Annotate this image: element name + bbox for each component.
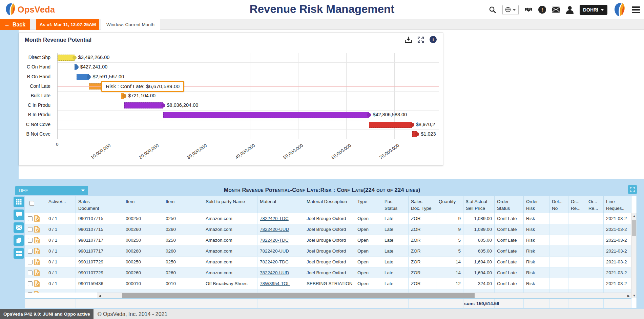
table-row[interactable]: 0 / 199011077290002500250Amazon.com78224… — [25, 257, 631, 267]
column-header[interactable]: Active/... — [46, 196, 76, 213]
document-search-icon[interactable] — [34, 280, 40, 287]
scroll-up-arrow-icon[interactable]: ▲ — [631, 213, 637, 219]
document-search-icon[interactable] — [34, 270, 40, 276]
column-header[interactable]: Del... No — [549, 196, 568, 213]
material-link[interactable]: 7822420-UUD — [260, 227, 289, 232]
column-header[interactable]: Line Reques.. — [604, 196, 631, 213]
table-row[interactable]: 0 / 199011077170002500250Amazon.com78224… — [25, 235, 631, 246]
filter-dropdown[interactable]: DEF — [15, 186, 88, 195]
bar-end-dot[interactable] — [72, 56, 77, 60]
column-header[interactable]: Quantity — [436, 196, 463, 213]
table-cell — [25, 235, 46, 245]
bar-end-dot[interactable] — [367, 113, 371, 117]
user-icon[interactable] — [566, 6, 574, 14]
document-search-icon[interactable] — [34, 215, 40, 222]
column-header[interactable]: Or... Re... — [586, 196, 604, 213]
document-search-icon[interactable] — [34, 226, 40, 233]
back-button[interactable]: ← Back — [0, 19, 30, 30]
bar-end-dot[interactable] — [122, 94, 126, 98]
horizontal-scrollbar[interactable]: ◀ ▶ — [97, 293, 631, 298]
table-row[interactable]: 0 / 199011594370000100010Off Broadway Sh… — [25, 289, 631, 293]
column-header[interactable]: Sales Document — [76, 196, 123, 213]
bar-c-not-cove[interactable] — [369, 122, 412, 128]
row-checkbox[interactable] — [28, 249, 33, 254]
column-header[interactable]: Material — [257, 196, 304, 213]
column-header[interactable]: Order Risk — [524, 196, 549, 213]
table-row[interactable]: 0 / 199011594360000100010Off Broadway Sh… — [25, 278, 631, 289]
column-header[interactable] — [25, 196, 46, 213]
row-checkbox[interactable] — [28, 227, 33, 232]
column-header[interactable]: Or... Re... — [568, 196, 586, 213]
column-header[interactable]: Type — [355, 196, 382, 213]
material-link[interactable]: 7822420-UUD — [260, 270, 289, 275]
bar-end-dot[interactable] — [415, 132, 419, 136]
material-link[interactable]: 78W3954-TOL — [260, 281, 290, 286]
download-icon[interactable] — [405, 36, 412, 43]
scroll-right-arrow-icon[interactable]: ▶ — [626, 293, 631, 299]
bar-direct-shp[interactable] — [58, 55, 75, 61]
opsveda-mark-icon[interactable] — [613, 2, 626, 17]
table-cell: Risk — [524, 257, 549, 267]
expand-icon[interactable] — [417, 36, 424, 43]
bar-end-dot[interactable] — [75, 65, 79, 69]
table-row[interactable]: 0 / 199011077170002600260Amazon.com78224… — [25, 246, 631, 257]
bar-end-dot[interactable] — [410, 123, 414, 127]
bar-b-in-produ[interactable] — [163, 112, 369, 118]
scroll-down-arrow-icon[interactable]: ▼ — [631, 293, 637, 298]
bar-end-dot[interactable] — [161, 103, 165, 107]
material-link[interactable]: 7822420-TDC — [260, 238, 289, 243]
bar-end-dot[interactable] — [87, 75, 91, 79]
user-menu-button[interactable]: DOHRI — [580, 5, 607, 15]
copy-button[interactable] — [14, 235, 24, 246]
table-cell: 7822420-TDC — [257, 257, 304, 267]
column-header[interactable]: $ at Actual Sell Price — [463, 196, 495, 213]
row-checkbox[interactable] — [28, 238, 33, 243]
comment-button[interactable] — [14, 210, 24, 220]
column-header[interactable]: Sold-to party Name — [203, 196, 257, 213]
document-search-icon[interactable] — [34, 248, 40, 254]
material-link[interactable]: 7822420-TDC — [260, 259, 289, 264]
menu-icon[interactable] — [632, 6, 640, 13]
back-arrow-icon: ← — [4, 22, 10, 28]
column-header[interactable]: Item — [123, 196, 163, 213]
row-checkbox[interactable] — [28, 271, 33, 275]
select-all-checkbox[interactable] — [29, 201, 34, 206]
table-cell: 12 — [436, 278, 463, 289]
small-grid-button[interactable] — [14, 248, 24, 259]
document-search-icon[interactable] — [34, 259, 40, 265]
row-checkbox[interactable] — [28, 216, 33, 221]
material-link[interactable]: 7822420-TDC — [260, 216, 289, 221]
bar-c-in-produ[interactable] — [124, 102, 163, 108]
table-expand-button[interactable] — [628, 185, 637, 194]
as-of-timestamp[interactable]: As of: Mar 11, 12:07:25AM — [36, 19, 99, 30]
horizontal-scrollbar-thumb[interactable] — [122, 293, 475, 298]
row-checkbox[interactable] — [28, 260, 33, 264]
material-link[interactable]: 7822420-UUD — [260, 248, 289, 254]
document-search-icon[interactable] — [34, 291, 40, 293]
table-cell: 000250 — [123, 235, 163, 245]
column-header[interactable]: Material Description — [304, 196, 355, 213]
row-checkbox[interactable] — [28, 292, 33, 293]
column-header[interactable]: Item — [163, 196, 203, 213]
table-row[interactable]: 0 / 199011077150002500250Amazon.com78224… — [25, 213, 631, 224]
column-header[interactable]: Sales Doc. Type — [409, 196, 436, 213]
search-icon[interactable] — [489, 6, 497, 14]
vertical-scrollbar[interactable]: ▲ ▼ — [631, 213, 637, 298]
scroll-left-arrow-icon[interactable]: ◀ — [97, 293, 103, 299]
email-button[interactable] — [14, 222, 24, 233]
info-icon[interactable]: i — [430, 36, 437, 43]
mail-icon[interactable] — [552, 6, 560, 14]
table-row[interactable]: 0 / 199011077150002600260Amazon.com78224… — [25, 224, 631, 235]
grid-view-button[interactable] — [14, 197, 24, 207]
alerts-icon[interactable]: ! — [538, 6, 546, 14]
document-search-icon[interactable] — [34, 237, 40, 243]
row-checkbox[interactable] — [28, 281, 33, 286]
language-select[interactable] — [502, 5, 519, 15]
column-header[interactable]: Pas Status — [382, 196, 409, 213]
handshake-icon[interactable] — [524, 6, 533, 14]
vertical-scrollbar-thumb[interactable] — [632, 220, 636, 236]
y-category-label: B In Produ — [19, 112, 55, 117]
table-row[interactable]: 0 / 199011077290002600260Amazon.com78224… — [25, 267, 631, 278]
window-filter[interactable]: Window: Current Month — [101, 19, 160, 30]
column-header[interactable]: Order Status — [495, 196, 524, 213]
